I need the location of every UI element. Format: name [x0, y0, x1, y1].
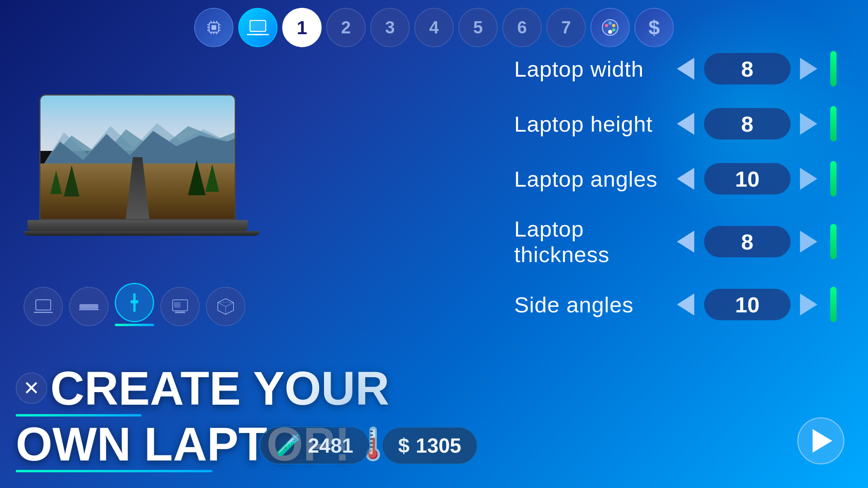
step-3-label: 3 — [385, 18, 395, 37]
icon-btn-laptop[interactable] — [24, 287, 63, 326]
nav-step-4-button[interactable]: 4 — [414, 8, 454, 47]
nav-palette-button[interactable] — [590, 8, 630, 47]
step-7-label: 7 — [561, 18, 571, 37]
score-badge: 🧪 2481 — [259, 426, 370, 464]
laptop-thickness-increase[interactable] — [798, 230, 819, 253]
right-arrow-icon — [800, 168, 817, 190]
laptop-height-label: Laptop height — [514, 111, 668, 137]
controls-panel: Laptop width 8 Laptop height 8 Laptop an… — [514, 51, 837, 342]
laptop-angles-decrease[interactable] — [675, 167, 696, 191]
svg-rect-14 — [250, 20, 266, 31]
laptop-width-bar — [830, 51, 837, 86]
next-arrow-icon — [813, 429, 832, 453]
laptop-stand — [24, 231, 259, 236]
laptop-height-value: 8 — [704, 108, 791, 139]
thermometer-icon: 🌡️ — [353, 426, 393, 462]
svg-line-37 — [226, 303, 234, 306]
nav-step-7-button[interactable]: 7 — [546, 8, 586, 47]
svg-line-36 — [218, 303, 226, 306]
side-angles-label: Side angles — [514, 292, 668, 317]
score-flask-icon: 🧪 — [276, 433, 302, 457]
svg-point-22 — [608, 30, 612, 34]
laptop-width-row: Laptop width 8 — [514, 51, 837, 86]
icon-btn-small-screen[interactable] — [160, 287, 200, 326]
top-navigation: 1 2 3 4 5 6 7 $ — [194, 8, 674, 47]
price-value: 1305 — [416, 434, 462, 457]
nav-step-2-button[interactable]: 2 — [326, 8, 366, 47]
price-dollar-icon: $ — [398, 434, 410, 457]
dollar-icon: $ — [649, 16, 660, 39]
nav-step-5-button[interactable]: 5 — [458, 8, 498, 47]
laptop-thickness-row: Laptop thickness 8 — [514, 216, 837, 267]
laptop-width-decrease[interactable] — [675, 57, 696, 81]
nav-laptop-button[interactable] — [238, 8, 278, 47]
left-arrow-icon — [677, 168, 694, 190]
step-1-label: 1 — [297, 17, 307, 39]
icon-btn-active[interactable] — [115, 283, 154, 322]
bottom-icons-row — [24, 283, 245, 326]
price-badge: $ 1305 — [382, 427, 478, 464]
side-angles-row: Side angles 10 — [514, 287, 837, 322]
left-arrow-icon — [677, 58, 694, 80]
laptop-height-decrease[interactable] — [675, 112, 696, 136]
x-circle-icon: ✕ — [16, 372, 47, 404]
laptop-angles-label: Laptop angles — [514, 166, 668, 192]
svg-rect-31 — [131, 300, 138, 303]
laptop-width-value: 8 — [704, 53, 791, 84]
nav-step-1-button[interactable]: 1 — [282, 8, 322, 47]
nav-price-button[interactable]: $ — [634, 8, 674, 47]
laptop-height-bar — [830, 106, 837, 141]
svg-point-18 — [605, 24, 608, 27]
svg-point-20 — [612, 24, 615, 27]
icon-btn-box[interactable] — [206, 287, 245, 326]
svg-rect-33 — [175, 312, 185, 313]
laptop-angles-value: 10 — [704, 163, 791, 194]
score-value: 2481 — [308, 434, 353, 457]
svg-rect-26 — [36, 300, 51, 310]
nav-chip-button[interactable] — [194, 8, 234, 47]
laptop-angles-increase[interactable] — [798, 167, 819, 191]
left-arrow-icon — [677, 113, 694, 135]
laptop-thickness-value: 8 — [704, 226, 791, 257]
laptop-height-row: Laptop height 8 — [514, 106, 837, 141]
right-arrow-icon — [800, 58, 817, 80]
hero-line-1: CREATE YOUR — [50, 365, 389, 412]
svg-rect-1 — [211, 25, 216, 30]
step-6-label: 6 — [517, 18, 527, 37]
laptop-angles-bar — [830, 161, 837, 196]
laptop-height-increase[interactable] — [798, 112, 819, 136]
laptop-width-increase[interactable] — [798, 57, 819, 81]
active-indicator — [115, 324, 154, 326]
right-arrow-icon — [800, 231, 817, 253]
nav-step-3-button[interactable]: 3 — [370, 8, 410, 47]
hero-line-2: OWN LAPTOP! — [16, 420, 350, 468]
nav-step-6-button[interactable]: 6 — [502, 8, 542, 47]
laptop-angles-row: Laptop angles 10 — [514, 161, 837, 196]
laptop-thickness-decrease[interactable] — [675, 230, 696, 253]
next-button[interactable] — [797, 417, 844, 464]
laptop-screen — [39, 94, 236, 220]
step-5-label: 5 — [473, 18, 483, 37]
hero-text-block: ✕ CREATE YOUR OWN LAPTOP! 🌡️ — [16, 365, 393, 472]
svg-point-19 — [609, 22, 612, 25]
laptop-width-label: Laptop width — [514, 56, 668, 82]
step-4-label: 4 — [429, 18, 439, 37]
side-angles-decrease[interactable] — [675, 293, 696, 316]
bottom-score-bar: 🧪 2481 $ 1305 — [259, 426, 478, 464]
laptop-thickness-label: Laptop thickness — [514, 216, 668, 267]
side-angles-bar — [830, 287, 837, 322]
left-arrow-icon — [677, 231, 694, 253]
svg-point-21 — [612, 28, 615, 31]
laptop-base — [28, 220, 248, 231]
step-2-label: 2 — [341, 18, 351, 37]
left-arrow-icon — [677, 294, 694, 316]
right-arrow-icon — [800, 113, 817, 135]
laptop-thickness-bar — [830, 224, 837, 259]
side-angles-increase[interactable] — [798, 293, 819, 316]
svg-rect-34 — [174, 302, 180, 308]
laptop-preview — [24, 94, 252, 236]
svg-rect-28 — [79, 304, 98, 309]
side-angles-value: 10 — [704, 289, 791, 320]
icon-btn-base[interactable] — [69, 287, 108, 326]
right-arrow-icon — [800, 294, 817, 316]
